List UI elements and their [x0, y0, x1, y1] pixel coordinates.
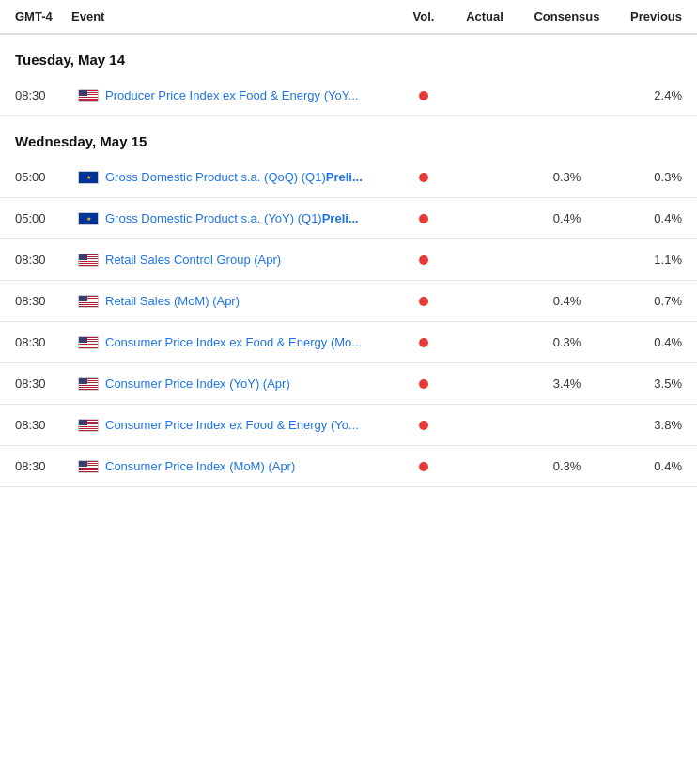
vol-indicator: [400, 297, 447, 306]
previous-value: 1.1%: [612, 253, 682, 267]
event-name[interactable]: Consumer Price Index ex Food & Energy (Y…: [105, 418, 400, 432]
event-name[interactable]: Retail Sales Control Group (Apr): [105, 253, 400, 267]
consensus-value: 0.3%: [522, 335, 612, 349]
eu-flag-icon: [78, 171, 99, 184]
event-time: 08:30: [15, 335, 71, 349]
eu-flag-icon: [78, 212, 99, 225]
high-volatility-icon: [419, 462, 428, 471]
table-row: 08:30Consumer Price Index ex Food & Ener…: [0, 322, 697, 363]
table-row: 08:30Retail Sales (MoM) (Apr)0.4%0.7%: [0, 281, 697, 322]
header-previous: Previous: [612, 9, 682, 23]
high-volatility-icon: [419, 255, 428, 265]
date-section: Wednesday, May 15: [0, 116, 697, 157]
event-name[interactable]: Retail Sales (MoM) (Apr): [105, 294, 400, 308]
us-flag-icon: [78, 89, 99, 102]
event-name[interactable]: Producer Price Index ex Food & Energy (Y…: [105, 88, 400, 102]
header-event: Event: [71, 9, 400, 23]
previous-value: 0.4%: [612, 335, 682, 349]
event-time: 08:30: [15, 418, 71, 432]
event-time: 05:00: [15, 170, 71, 184]
country-flag: [71, 419, 105, 432]
previous-value: 0.3%: [612, 170, 682, 184]
table-row: 08:30Consumer Price Index ex Food & Ener…: [0, 405, 697, 446]
country-flag: [71, 295, 105, 308]
us-flag-icon: [78, 295, 99, 308]
event-time: 08:30: [15, 88, 71, 102]
table-row: 08:30Producer Price Index ex Food & Ener…: [0, 75, 697, 116]
table-row: 05:00Gross Domestic Product s.a. (YoY) (…: [0, 198, 697, 239]
consensus-value: 0.4%: [522, 211, 612, 225]
vol-indicator: [400, 91, 447, 100]
us-flag-icon: [78, 254, 99, 267]
us-flag-icon: [78, 419, 99, 432]
high-volatility-icon: [419, 338, 428, 347]
previous-value: 0.4%: [612, 459, 682, 473]
previous-value: 3.8%: [612, 418, 682, 432]
country-flag: [71, 212, 105, 225]
vol-indicator: [400, 379, 447, 389]
event-name[interactable]: Consumer Price Index (YoY) (Apr): [105, 377, 400, 391]
header-actual: Actual: [447, 9, 522, 23]
country-flag: [71, 377, 105, 391]
vol-indicator: [400, 462, 447, 471]
vol-indicator: [400, 214, 447, 223]
header-gmt: GMT-4: [15, 9, 71, 23]
high-volatility-icon: [419, 91, 428, 100]
table-row: 08:30Consumer Price Index (YoY) (Apr)3.4…: [0, 363, 697, 405]
us-flag-icon: [78, 460, 99, 473]
event-time: 05:00: [15, 211, 71, 225]
table-row: 08:30Retail Sales Control Group (Apr)1.1…: [0, 239, 697, 281]
high-volatility-icon: [419, 297, 428, 306]
us-flag-icon: [78, 377, 99, 391]
country-flag: [71, 89, 105, 102]
event-time: 08:30: [15, 294, 71, 308]
event-name[interactable]: Consumer Price Index ex Food & Energy (M…: [105, 335, 400, 349]
high-volatility-icon: [419, 421, 428, 430]
event-name[interactable]: Consumer Price Index (MoM) (Apr): [105, 459, 400, 473]
table-row: 08:30Consumer Price Index (MoM) (Apr)0.3…: [0, 446, 697, 487]
table-row: 05:00Gross Domestic Product s.a. (QoQ) (…: [0, 157, 697, 198]
event-name[interactable]: Gross Domestic Product s.a. (YoY) (Q1)Pr…: [105, 211, 400, 225]
table-header: GMT-4 Event Vol. Actual Consensus Previo…: [0, 0, 697, 35]
event-time: 08:30: [15, 253, 71, 267]
event-time: 08:30: [15, 459, 71, 473]
header-consensus: Consensus: [522, 9, 612, 23]
event-time: 08:30: [15, 377, 71, 391]
vol-indicator: [400, 255, 447, 265]
high-volatility-icon: [419, 173, 428, 182]
consensus-value: 0.4%: [522, 294, 612, 308]
high-volatility-icon: [419, 214, 428, 223]
previous-value: 0.4%: [612, 211, 682, 225]
vol-indicator: [400, 421, 447, 430]
consensus-value: 0.3%: [522, 459, 612, 473]
sections-container: Tuesday, May 1408:30Producer Price Index…: [0, 35, 697, 487]
date-section: Tuesday, May 14: [0, 35, 697, 75]
previous-value: 0.7%: [612, 294, 682, 308]
high-volatility-icon: [419, 379, 428, 389]
event-name[interactable]: Gross Domestic Product s.a. (QoQ) (Q1)Pr…: [105, 170, 400, 184]
consensus-value: 3.4%: [522, 377, 612, 391]
country-flag: [71, 460, 105, 473]
previous-value: 2.4%: [612, 88, 682, 102]
vol-indicator: [400, 338, 447, 347]
country-flag: [71, 171, 105, 184]
header-vol: Vol.: [400, 9, 447, 23]
country-flag: [71, 336, 105, 349]
vol-indicator: [400, 173, 447, 182]
consensus-value: 0.3%: [522, 170, 612, 184]
us-flag-icon: [78, 336, 99, 349]
previous-value: 3.5%: [612, 377, 682, 391]
country-flag: [71, 254, 105, 267]
